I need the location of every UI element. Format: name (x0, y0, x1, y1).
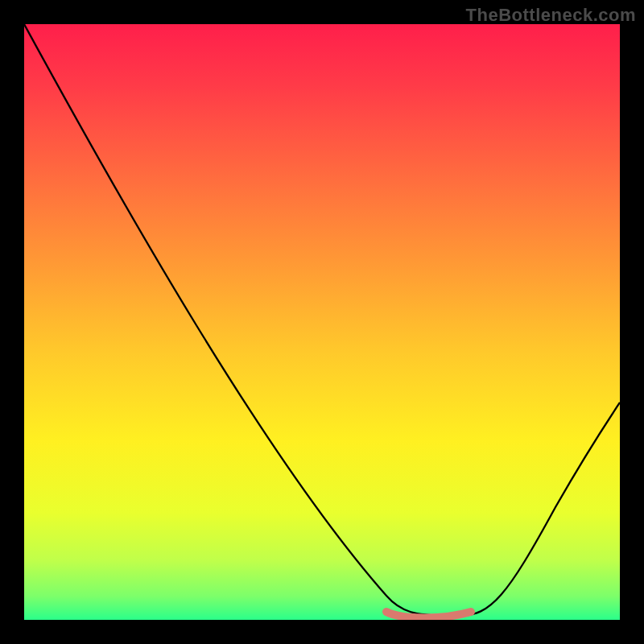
chart-frame: TheBottleneck.com (0, 0, 644, 644)
watermark-text: TheBottleneck.com (466, 5, 636, 26)
plot-area (24, 24, 620, 620)
plot-svg (24, 24, 620, 620)
plot-background (24, 24, 620, 620)
